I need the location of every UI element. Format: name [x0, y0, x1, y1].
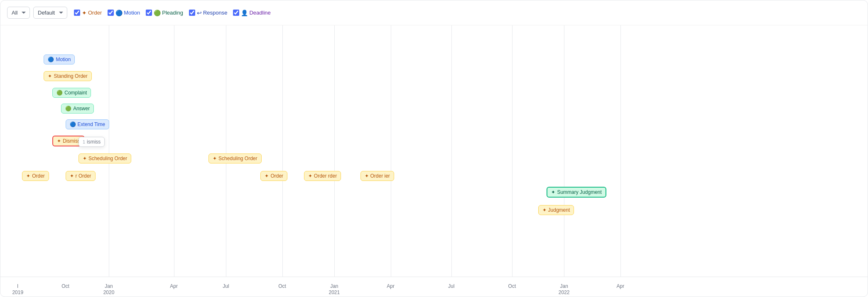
- filter-item-order: ✦ Order: [74, 10, 102, 16]
- filter-checkbox-order[interactable]: [74, 10, 80, 16]
- axis-label-oct-2019: Oct: [61, 283, 69, 289]
- extend-time-icon: 🔵: [70, 121, 76, 127]
- event-scheduling-order-1-label: Scheduling Order: [88, 156, 127, 161]
- filter-label-pleading: 🟢 Pleading: [154, 10, 183, 16]
- event-standing-order[interactable]: ✦ Standing Order: [44, 71, 91, 81]
- response-icon: ↩: [197, 10, 202, 16]
- axis-label-jan-2021: Jan: [330, 283, 338, 289]
- order-3-icon: ✦: [265, 173, 269, 179]
- event-motion[interactable]: 🔵 Motion: [44, 54, 75, 64]
- filter-all-dropdown[interactable]: All: [7, 7, 30, 19]
- event-judgment-label: Judgment: [548, 207, 570, 213]
- event-order-4[interactable]: ✦ Order rder: [304, 171, 341, 181]
- event-extend-time[interactable]: 🔵 Extend Time: [66, 119, 110, 129]
- event-extend-time-label: Extend Time: [78, 121, 105, 127]
- motion-icon: 🔵: [115, 10, 123, 16]
- order-1-icon: ✦: [26, 173, 30, 179]
- grid-line-oct2021: [512, 25, 512, 277]
- axis-label-jul-2021: Jul: [448, 283, 454, 289]
- filter-label-motion: 🔵 Motion: [115, 10, 140, 16]
- filter-item-pleading: 🟢 Pleading: [146, 10, 183, 16]
- dismiss-tooltip-icon: 1: [83, 139, 85, 144]
- order-2-icon: ✦: [70, 173, 74, 179]
- axis-label-jul-2020: Jul: [223, 283, 229, 289]
- event-complaint[interactable]: 🟢 Complaint: [52, 88, 91, 98]
- event-order-3-label: Order: [270, 173, 283, 179]
- filter-checkbox-deadline[interactable]: [233, 10, 239, 16]
- event-summary-judgment[interactable]: ✦ Summary Judgment: [547, 187, 606, 198]
- axis-label-i: I: [17, 283, 18, 289]
- grid-line-oct2020: [282, 25, 283, 277]
- event-dismiss-tooltip[interactable]: 1 ismiss: [78, 137, 105, 147]
- timeline-area: 🔵 Motion ✦ Standing Order 🟢 Complaint 🟢 …: [0, 25, 868, 297]
- order-4-icon: ✦: [308, 173, 312, 179]
- deadline-icon: 👤: [241, 10, 248, 16]
- event-order-1-label: Order: [32, 173, 45, 179]
- filter-default-dropdown[interactable]: Default: [33, 7, 67, 19]
- order-icon: ✦: [82, 10, 87, 16]
- axis-label-apr-2021: Apr: [387, 283, 395, 289]
- event-order-5[interactable]: ✦ Order ier: [360, 171, 394, 181]
- axis-label-oct-2020: Oct: [278, 283, 286, 289]
- axis-year-2022: 2022: [559, 290, 570, 295]
- filter-label-order: ✦ Order: [82, 10, 102, 16]
- axis-bottom: I 2019 Oct Jan 2020 Apr Jul Oct Jan 2021…: [0, 277, 868, 297]
- event-order-1[interactable]: ✦ Order: [22, 171, 49, 181]
- scheduling-order-1-icon: ✦: [83, 156, 87, 161]
- axis-label-oct-2021: Oct: [508, 283, 516, 289]
- axis-label-apr-2020: Apr: [170, 283, 178, 289]
- event-complaint-label: Complaint: [64, 90, 87, 96]
- dismiss-tooltip-label: ismiss: [87, 139, 101, 145]
- pleading-icon: 🟢: [154, 10, 161, 16]
- toolbar: All Default ✦ Order 🔵 Motion 🟢 Pleading: [0, 0, 868, 25]
- filter-checkbox-pleading[interactable]: [146, 10, 152, 16]
- filter-label-response: ↩ Response: [197, 10, 228, 16]
- grid-line-jul2020: [226, 25, 226, 277]
- event-order-2-label: r Order: [76, 173, 91, 179]
- filter-checkbox-response[interactable]: [189, 10, 195, 16]
- filter-group: ✦ Order 🔵 Motion 🟢 Pleading ↩ Response: [74, 10, 271, 16]
- summary-judgment-icon: ✦: [551, 189, 555, 195]
- event-dismiss-highlight-label: Dismiss: [63, 138, 80, 144]
- grid-line-apr2020: [174, 25, 174, 277]
- axis-label-apr-2022: Apr: [617, 283, 625, 289]
- event-order-3[interactable]: ✦ Order: [260, 171, 287, 181]
- axis-label-jan-2020: Jan: [105, 283, 113, 289]
- event-standing-order-label: Standing Order: [54, 73, 87, 79]
- grid-line-jan2022: [564, 25, 564, 277]
- grid-line-apr2021: [391, 25, 391, 277]
- event-scheduling-order-1[interactable]: ✦ Scheduling Order: [78, 153, 131, 163]
- event-order-2[interactable]: ✦ r Order: [66, 171, 96, 181]
- scheduling-order-2-icon: ✦: [213, 156, 217, 161]
- grid-line-jan2020: [109, 25, 109, 277]
- filter-item-motion: 🔵 Motion: [108, 10, 140, 16]
- event-answer[interactable]: 🟢 Answer: [61, 104, 94, 114]
- filter-checkbox-motion[interactable]: [108, 10, 114, 16]
- event-order-4-label: Order rder: [314, 173, 337, 179]
- filter-label-deadline: 👤 Deadline: [241, 10, 270, 16]
- grid-line-apr2022: [620, 25, 621, 277]
- grid-line-jan2021: [334, 25, 335, 277]
- axis-label-jan-2022: Jan: [560, 283, 568, 289]
- event-motion-label: Motion: [56, 57, 71, 62]
- axis-year-2019: 2019: [12, 290, 23, 295]
- axis-year-2021: 2021: [329, 290, 340, 295]
- judgment-icon: ✦: [542, 207, 547, 213]
- motion-pill-icon: 🔵: [48, 57, 54, 62]
- event-order-5-label: Order ier: [370, 173, 390, 179]
- event-judgment[interactable]: ✦ Judgment: [538, 205, 574, 215]
- axis-year-2020: 2020: [103, 290, 115, 295]
- order-5-icon: ✦: [365, 173, 369, 179]
- answer-icon: 🟢: [65, 106, 71, 111]
- complaint-icon: 🟢: [56, 90, 63, 96]
- dismiss-highlight-icon: ✦: [57, 138, 61, 144]
- grid-line-jul2021: [451, 25, 452, 277]
- event-answer-label: Answer: [73, 106, 90, 111]
- event-scheduling-order-2[interactable]: ✦ Scheduling Order: [208, 153, 261, 163]
- event-scheduling-order-2-label: Scheduling Order: [218, 156, 257, 161]
- event-summary-judgment-label: Summary Judgment: [557, 189, 601, 195]
- filter-item-response: ↩ Response: [189, 10, 228, 16]
- filter-item-deadline: 👤 Deadline: [233, 10, 270, 16]
- standing-order-icon: ✦: [48, 73, 52, 79]
